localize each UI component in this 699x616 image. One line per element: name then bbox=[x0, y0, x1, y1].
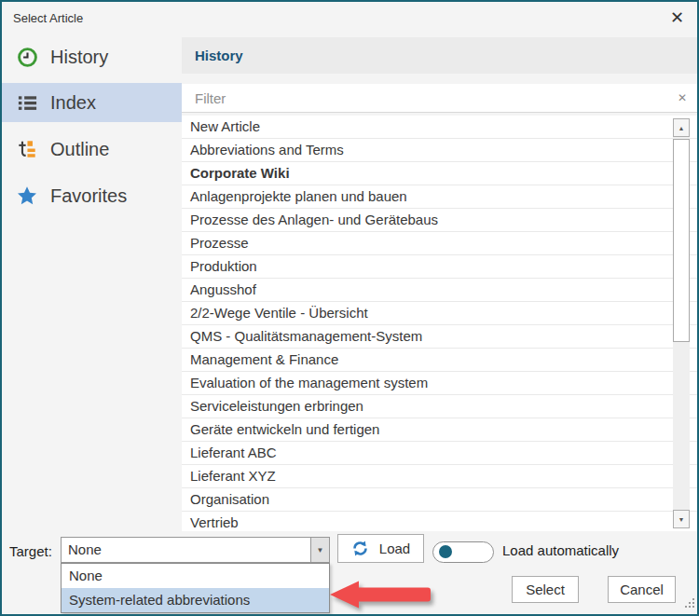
cancel-button[interactable]: Cancel bbox=[608, 576, 676, 603]
list-item[interactable]: Corporate Wiki bbox=[182, 162, 697, 185]
scroll-down-icon[interactable]: ▼ bbox=[673, 510, 690, 528]
toggle-knob bbox=[439, 545, 452, 558]
red-arrow-annotation bbox=[328, 578, 432, 615]
sidebar-item-index[interactable]: Index bbox=[2, 83, 182, 122]
list-item[interactable]: Prozesse bbox=[182, 232, 697, 255]
list-item[interactable]: Abbreviations and Terms bbox=[182, 139, 697, 162]
load-automatically-label: Load automatically bbox=[502, 542, 619, 558]
main-header: History bbox=[182, 37, 697, 74]
sidebar-label: Index bbox=[50, 92, 96, 114]
scrollbar[interactable]: ▲ ▼ bbox=[673, 118, 690, 528]
load-automatically-toggle[interactable] bbox=[432, 541, 494, 563]
list-item[interactable]: Lieferant ABC bbox=[182, 442, 697, 465]
sidebar-item-outline[interactable]: Outline bbox=[2, 130, 182, 169]
load-button-label: Load bbox=[379, 541, 410, 556]
list-item[interactable]: Produktion bbox=[182, 255, 697, 279]
star-icon bbox=[16, 185, 38, 207]
outline-tree-icon bbox=[16, 138, 38, 160]
target-dropdown: NoneSystem-related abbreviations bbox=[61, 563, 330, 613]
list-item[interactable]: Serviceleistungen erbringen bbox=[182, 395, 697, 418]
list-item[interactable]: Vertrieb bbox=[182, 512, 697, 531]
scroll-up-icon[interactable]: ▲ bbox=[673, 118, 690, 137]
combobox-value: None bbox=[68, 541, 102, 557]
list-item[interactable]: Management & Finance bbox=[182, 349, 697, 372]
list-item[interactable]: 2/2-Wege Ventile - Übersicht bbox=[182, 302, 697, 325]
chevron-down-icon[interactable]: ▼ bbox=[310, 538, 329, 562]
page-title: History bbox=[195, 48, 243, 63]
list-item[interactable]: Evaluation of the management system bbox=[182, 372, 697, 395]
resize-grip[interactable] bbox=[685, 595, 695, 612]
filter-clear-icon[interactable]: ✕ bbox=[678, 91, 687, 104]
refresh-icon bbox=[351, 540, 369, 557]
clock-icon bbox=[16, 46, 38, 68]
select-button[interactable]: Select bbox=[512, 576, 579, 603]
article-list: New ArticleAbbreviations and TermsCorpor… bbox=[182, 116, 697, 531]
list-item[interactable]: QMS - Qualitätsmanagement-System bbox=[182, 325, 697, 349]
scroll-thumb[interactable] bbox=[673, 139, 690, 342]
list-item[interactable]: Prozesse des Anlagen- und Gerätebaus bbox=[182, 209, 697, 232]
list-item[interactable]: Anlagenprojekte planen und bauen bbox=[182, 185, 697, 209]
list-item[interactable]: Angusshof bbox=[182, 279, 697, 302]
dropdown-option[interactable]: System-related abbreviations bbox=[62, 588, 329, 612]
dropdown-option[interactable]: None bbox=[62, 564, 329, 588]
target-combobox[interactable]: None ▼ bbox=[61, 537, 330, 563]
window-title: Select Article bbox=[13, 11, 83, 25]
list-item[interactable]: Geräte entwickeln und fertigen bbox=[182, 418, 697, 442]
list-icon bbox=[16, 91, 38, 114]
list-item[interactable]: New Article bbox=[182, 116, 697, 139]
sidebar-label: Outline bbox=[50, 139, 109, 160]
list-item[interactable]: Organisation bbox=[182, 488, 697, 512]
target-label: Target: bbox=[9, 543, 52, 559]
load-button[interactable]: Load bbox=[337, 534, 424, 563]
filter-bar: ✕ bbox=[182, 84, 697, 113]
sidebar-item-favorites[interactable]: Favorites bbox=[2, 176, 182, 215]
filter-input[interactable] bbox=[182, 84, 697, 112]
select-article-dialog: Select Article ✕ History Index bbox=[0, 0, 699, 616]
sidebar-label: History bbox=[50, 47, 108, 68]
list-item[interactable]: Lieferant XYZ bbox=[182, 465, 697, 488]
close-icon[interactable]: ✕ bbox=[670, 7, 684, 28]
sidebar-item-history[interactable]: History bbox=[2, 37, 182, 76]
sidebar-label: Favorites bbox=[50, 185, 127, 207]
